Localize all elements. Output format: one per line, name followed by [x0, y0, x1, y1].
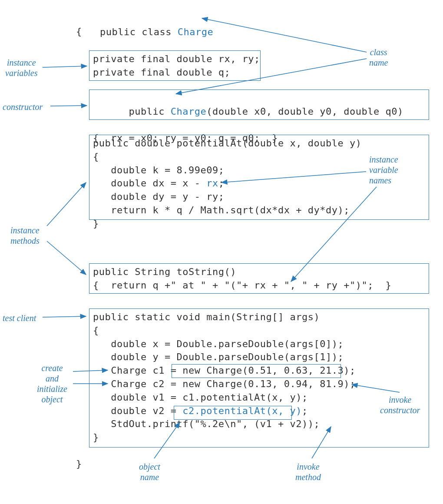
constructor-pre: public [129, 106, 170, 117]
method1-sig: public double potentialAt(double x, doub… [93, 137, 425, 150]
class-decl: public class Charge [76, 12, 213, 52]
label-invoke-constructor: invokeconstructor [380, 395, 420, 415]
arrow-instance-methods-2 [47, 241, 86, 275]
open-brace: { [76, 25, 82, 39]
main-open: { [93, 324, 425, 338]
arrow-instance-methods-1 [47, 182, 86, 226]
method2-box: public String toString() { return q +" a… [89, 263, 429, 294]
class-name-text: Charge [178, 27, 213, 37]
method1-line2b: ; [218, 178, 225, 189]
method1-line3: double dy = y - ry; [93, 190, 425, 204]
main-line2: double y = Double.parseDouble(args[1]); [93, 351, 425, 364]
label-instance-variables: instancevariables [5, 57, 37, 78]
constructor-name: Charge [171, 106, 206, 117]
create-obj1-box [172, 364, 341, 378]
close-brace: } [76, 458, 82, 471]
class-keyword: public class [100, 27, 178, 37]
method-invoke-box [174, 406, 292, 420]
constructor-sig: public Charge(double x0, double y0, doub… [93, 92, 425, 132]
label-constructor: constructor [3, 102, 43, 112]
instance-vars-line2: private final double q; [93, 66, 257, 80]
instance-vars-box: private final double rx, ry; private fin… [89, 50, 261, 81]
main-line6c: ; [302, 405, 308, 416]
method1-line4: return k * q / Math.sqrt(dx*dx + dy*dy); [93, 204, 425, 217]
method1-close: } [93, 217, 425, 231]
method2-body: { return q +" at " + "("+ rx + ", " + ry… [93, 279, 425, 292]
constructor-post: (double x0, double y0, double q0) [206, 106, 403, 117]
arrow-instance-variables [43, 66, 87, 67]
main-line3a: Charge c1 = [93, 365, 182, 376]
arrow-test-client [43, 316, 86, 317]
method1-line2a: double dx = x - [93, 178, 206, 189]
rx-highlight: rx [206, 178, 218, 189]
label-create-init-object: createandinitializeobject [37, 363, 67, 405]
main-line4: Charge c2 = new Charge(0.13, 0.94, 81.9)… [93, 378, 425, 391]
constructor-box: public Charge(double x0, double y0, doub… [89, 90, 429, 120]
main-line1: double x = Double.parseDouble(args[0]); [93, 338, 425, 351]
label-invoke-method: invokemethod [295, 461, 321, 482]
label-instance-variable-names: instancevariablenames [369, 154, 398, 186]
main-box: public static void main(String[] args) {… [89, 308, 429, 448]
main-line5: double v1 = c1.potentialAt(x, y); [93, 391, 425, 405]
label-object-name: objectname [139, 461, 160, 482]
label-class-name: classname [369, 47, 388, 68]
label-instance-methods: instancemethods [10, 225, 40, 246]
label-test-client: test client [3, 313, 36, 323]
main-close: } [93, 431, 425, 444]
instance-vars-line1: private final double rx, ry; [93, 53, 257, 66]
main-line6a: double v2 = [93, 405, 182, 416]
method2-sig: public String toString() [93, 265, 425, 279]
main-sig: public static void main(String[] args) [93, 311, 425, 324]
arrow-constructor [50, 106, 87, 106]
arrow-class-name-1 [202, 18, 367, 52]
